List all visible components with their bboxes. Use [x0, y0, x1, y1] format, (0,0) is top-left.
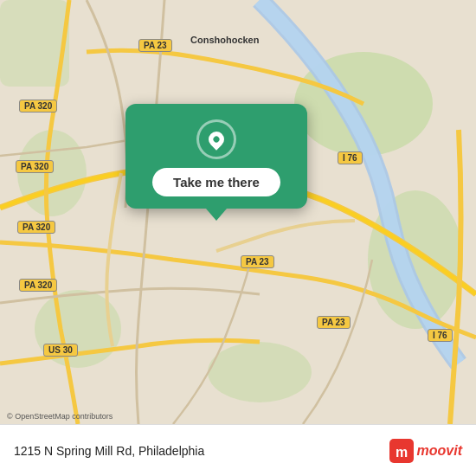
road-label-pa23-top: PA 23 [138, 39, 172, 52]
location-pin-icon [196, 119, 236, 159]
pin-inner [205, 128, 227, 150]
take-me-there-button[interactable]: Take me there [152, 168, 280, 196]
svg-text:m: m [395, 445, 407, 460]
svg-point-5 [208, 342, 312, 402]
moovit-text-label: moovit [417, 443, 462, 459]
bottom-bar: 1215 N Spring Mill Rd, Philadelphia m mo… [0, 424, 476, 476]
popup-card: Take me there [125, 104, 307, 209]
road-label-pa320-4: PA 320 [19, 279, 57, 292]
road-label-pa23-lower: PA 23 [317, 316, 351, 329]
road-label-pa23-mid: PA 23 [241, 255, 274, 268]
road-label-i76-2: I 76 [338, 151, 363, 164]
road-label-pa320-3: PA 320 [17, 221, 55, 234]
road-label-us30: US 30 [43, 344, 78, 357]
map-copyright: © OpenStreetMap contributors [7, 412, 113, 421]
road-label-pa320-2: PA 320 [16, 160, 54, 173]
road-label-pa320-1: PA 320 [19, 100, 57, 113]
moovit-logo: m moovit [389, 439, 462, 463]
map-view: PA 23 PA 320 PA 320 PA 320 PA 320 I 76 I… [0, 0, 476, 424]
svg-point-3 [17, 130, 87, 216]
place-label-conshohocken: Conshohocken [190, 35, 259, 45]
address-label: 1215 N Spring Mill Rd, Philadelphia [14, 444, 389, 458]
moovit-icon: m [389, 439, 414, 463]
road-label-i76-3: I 76 [428, 329, 453, 342]
